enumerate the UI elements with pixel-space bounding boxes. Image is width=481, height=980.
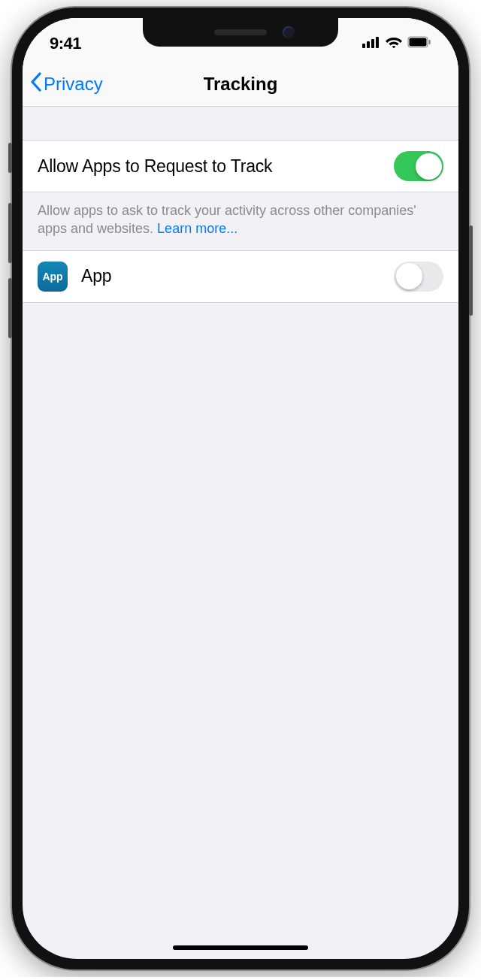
volume-down-button <box>8 278 12 338</box>
power-button <box>469 225 473 316</box>
tracking-description: Allow apps to ask to track your activity… <box>23 192 458 250</box>
front-camera <box>283 26 295 38</box>
allow-tracking-toggle[interactable] <box>394 151 443 181</box>
toggle-knob <box>396 263 422 289</box>
svg-rect-5 <box>410 38 427 47</box>
chevron-left-icon <box>30 72 42 96</box>
mute-switch <box>8 143 12 173</box>
svg-rect-0 <box>362 44 365 48</box>
phone-device-frame: 9:41 Privacy Tracking <box>12 8 469 969</box>
allow-tracking-label: Allow Apps to Request to Track <box>38 156 394 177</box>
learn-more-link[interactable]: Learn more... <box>157 221 237 236</box>
app-icon: App <box>38 262 68 292</box>
svg-rect-2 <box>371 39 374 48</box>
app-name-label: App <box>81 266 394 286</box>
battery-icon <box>407 36 431 51</box>
back-label: Privacy <box>44 74 103 95</box>
svg-rect-1 <box>367 41 370 48</box>
svg-rect-3 <box>376 37 379 48</box>
allow-tracking-row: Allow Apps to Request to Track <box>23 140 458 192</box>
content-area: Allow Apps to Request to Track Allow app… <box>23 107 458 303</box>
volume-up-button <box>8 203 12 263</box>
navigation-bar: Privacy Tracking <box>23 62 458 107</box>
status-time: 9:41 <box>50 34 81 53</box>
back-button[interactable]: Privacy <box>30 72 103 96</box>
phone-screen: 9:41 Privacy Tracking <box>23 18 458 959</box>
cellular-icon <box>362 36 380 51</box>
notch <box>143 18 338 47</box>
home-indicator[interactable] <box>173 945 308 950</box>
speaker-grille <box>214 29 267 35</box>
wifi-icon <box>386 36 402 51</box>
status-icons <box>362 36 431 51</box>
svg-rect-6 <box>429 40 431 44</box>
toggle-knob <box>416 153 442 180</box>
app-tracking-row: App App <box>23 250 458 303</box>
app-tracking-toggle[interactable] <box>394 262 443 292</box>
